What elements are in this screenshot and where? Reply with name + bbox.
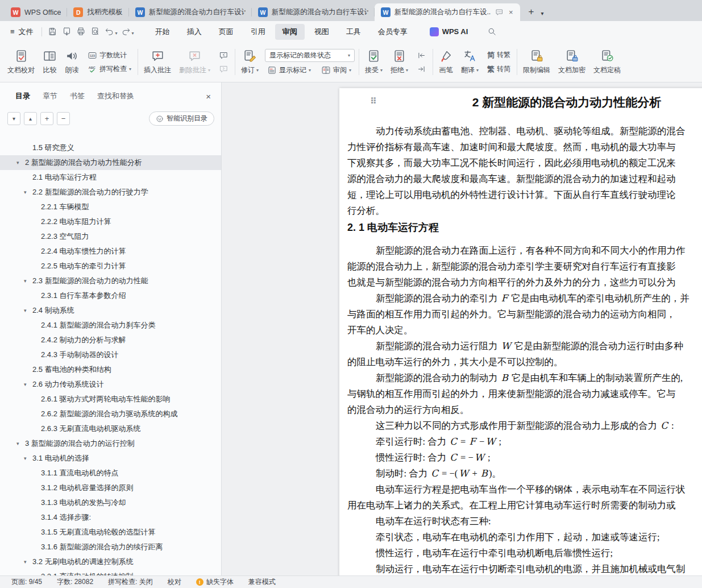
toc-item[interactable]: ▾2 新型能源的混合动力动力性能分析 [0, 155, 221, 170]
toc-item[interactable]: 2.3.1 自行车基本参数介绍 [0, 288, 221, 303]
track-changes-button[interactable]: 修订 ▾ [237, 46, 263, 78]
next-comment-button[interactable] [217, 64, 231, 74]
word-count-button[interactable]: 123 字数统计 [85, 50, 134, 61]
expand-arrow-icon[interactable]: ▾ [24, 456, 27, 461]
next-change-button[interactable] [414, 64, 429, 74]
file-menu-button[interactable]: ≡ 文件 [6, 24, 38, 39]
comment-bubble-icon[interactable] [495, 8, 504, 16]
encrypt-document-button[interactable]: 文档加密 [554, 46, 589, 78]
toc-expand-button[interactable]: ▾ [7, 112, 20, 125]
toc-item[interactable]: 3.1.2 电动机容量选择的原则 [0, 481, 221, 495]
toc-item[interactable]: 2.2.3 空气阻力 [0, 229, 221, 244]
markup-state-select[interactable]: 显示标记的最终状态 ▾ [265, 49, 355, 62]
menu-tab-审阅[interactable]: 审阅 [275, 24, 305, 40]
toc-item[interactable]: 2.4.1 新型能源的混合动力刹车分类 [0, 318, 221, 333]
previous-comment-button[interactable] [217, 50, 231, 61]
undo-button[interactable] [102, 24, 117, 39]
spell-check-button[interactable]: ABC 拼写检查 ▾ [85, 64, 134, 74]
review-pane-button[interactable]: 审阅 ▾ [319, 65, 354, 76]
toc-item[interactable]: ▾3 新型能源的混合动力的运行控制 [0, 436, 221, 451]
document-tab-active[interactable]: W新型能源的混合动力自行车设...× [375, 3, 521, 21]
wps-home-tab[interactable]: W WPS Office [5, 3, 67, 21]
menu-tab-页面[interactable]: 页面 [211, 24, 241, 40]
delete-comment-button[interactable]: 删除批注 ▾ [175, 46, 214, 78]
expand-arrow-icon[interactable]: ▾ [16, 441, 19, 446]
drag-handle-icon[interactable]: ⠿ [370, 97, 377, 106]
redo-button[interactable] [119, 24, 133, 39]
translate-button[interactable]: 翻译 ▾ [457, 46, 483, 78]
toc-item[interactable]: 3.1.1 直流电动机的特点 [0, 466, 221, 481]
toc-item[interactable]: 2.6.3 无刷直流电动机驱动系统 [0, 421, 221, 436]
toc-item[interactable]: 2.2.1 车辆模型 [0, 200, 221, 214]
expand-arrow-icon[interactable]: ▾ [24, 189, 27, 195]
save-button[interactable] [45, 24, 60, 39]
page-indicator[interactable]: 页面: 9/45 [11, 577, 42, 587]
document-page[interactable]: ⠿ 2 新型能源的混合动力动力性能分析 动力传动系统由蓄电池、控制器、电动机、驱… [339, 88, 702, 575]
expand-arrow-icon[interactable]: ▾ [24, 308, 27, 313]
menu-tab-插入[interactable]: 插入 [180, 24, 209, 40]
toc-item[interactable]: ▾3.1 电动机的选择 [0, 451, 221, 466]
missing-font-warning[interactable]: ! 缺失字体 [196, 577, 234, 587]
document-tab[interactable]: W新型能源的混合动力自行车设计 开题... [252, 3, 375, 21]
proofing-status[interactable]: 校对 [168, 577, 181, 587]
toc-item[interactable]: 2.2.2 电动车阻力计算 [0, 214, 221, 229]
toc-item[interactable]: 3.1.6 新型能源的混合动力的续行距离 [0, 540, 221, 554]
print-button[interactable] [74, 24, 88, 39]
traditional-to-simplified-button[interactable]: 繁 转简 [485, 64, 513, 75]
toc-item[interactable]: 2.2.5 电动车的牵引力计算 [0, 259, 221, 274]
pen-button[interactable]: 画笔 [435, 46, 457, 78]
toc-item[interactable]: ▾2.4 制动系统 [0, 303, 221, 318]
pane-tab-书签[interactable]: 书签 [70, 91, 85, 101]
toc-item[interactable]: 2.5 蓄电池的种类和结构 [0, 362, 221, 377]
document-tab[interactable]: W新型能源的混合动力自行车设计 任... [129, 3, 252, 21]
print-preview-button[interactable] [88, 24, 102, 39]
redo-chevron-icon[interactable]: ▾ [132, 31, 134, 36]
pane-tab-查找和替换[interactable]: 查找和替换 [97, 91, 134, 101]
toc-item[interactable]: 3.2.1 直流电动机的转速控制 [0, 569, 221, 575]
expand-arrow-icon[interactable]: ▾ [24, 559, 27, 565]
toc-item[interactable]: 2.2.4 电动车惯性力的计算 [0, 244, 221, 259]
toc-zoom-in-button[interactable]: + [40, 112, 53, 125]
smart-toc-button[interactable]: 智能识别目录 [149, 111, 214, 126]
toc-item[interactable]: 3.1.3 电动机的发热与冷却 [0, 495, 221, 510]
toc-item[interactable]: ▾2.6 动力传动系统设计 [0, 377, 221, 392]
word-count-indicator[interactable]: 字数: 28082 [57, 577, 93, 587]
menu-tab-引用[interactable]: 引用 [243, 24, 273, 40]
expand-arrow-icon[interactable]: ▾ [24, 382, 27, 387]
toc-item[interactable]: 3.1.5 无刷直流电动轮毂的选型计算 [0, 525, 221, 540]
toc-collapse-button[interactable]: ▴ [24, 112, 37, 125]
restrict-editing-button[interactable]: 限制编辑 [519, 46, 554, 78]
export-button[interactable] [60, 24, 74, 39]
menu-tab-开始[interactable]: 开始 [148, 24, 177, 40]
finalize-document-button[interactable]: 文档定稿 [589, 46, 625, 78]
compatibility-mode-indicator[interactable]: 兼容模式 [248, 577, 276, 587]
read-aloud-button[interactable]: 朗读 [61, 46, 83, 78]
tab-list-chevron-icon[interactable]: ▾ [538, 10, 546, 16]
document-tab[interactable]: D找稻壳模板 [67, 3, 129, 21]
search-button[interactable] [485, 24, 499, 39]
new-tab-button[interactable]: + [524, 5, 538, 19]
reject-change-button[interactable]: 拒绝 ▾ [387, 46, 412, 78]
toc-item[interactable]: ▾3.2 无刷电动机的调速控制系统 [0, 554, 221, 569]
undo-chevron-icon[interactable]: ▾ [115, 31, 118, 36]
expand-arrow-icon[interactable]: ▾ [24, 278, 27, 284]
wps-ai-button[interactable]: WPS AI [430, 27, 468, 36]
insert-comment-button[interactable]: 插入批注 [140, 46, 175, 78]
expand-arrow-icon[interactable]: ▾ [16, 160, 19, 165]
spell-check-status[interactable]: 拼写检查: 关闭 [108, 577, 153, 587]
accept-change-button[interactable]: 接受 ▾ [361, 46, 387, 78]
previous-change-button[interactable] [414, 50, 429, 61]
toc-item[interactable]: 2.6.1 驱动方式对两轮电动车性能的影响 [0, 392, 221, 407]
toc-item[interactable]: 2.4.3 手动制动器的设计 [0, 347, 221, 362]
pane-tab-章节[interactable]: 章节 [43, 91, 57, 101]
toc-item[interactable]: 2.6.2 新型能源的混合动力驱动系统的构成 [0, 407, 221, 421]
toc-zoom-out-button[interactable]: − [57, 112, 70, 125]
menu-tab-会员专享[interactable]: 会员专享 [371, 24, 415, 40]
menu-tab-工具[interactable]: 工具 [339, 24, 368, 40]
simplified-to-traditional-button[interactable]: 简 转繁 [485, 49, 513, 61]
close-pane-icon[interactable]: × [206, 92, 211, 101]
toc-item[interactable]: ▾2.3 新型能源的混合动力的动力性能 [0, 274, 221, 288]
toc-item[interactable]: 3.1.4 选择步骤: [0, 510, 221, 525]
pane-tab-目录[interactable]: 目录 [15, 91, 30, 101]
compare-button[interactable]: 比较 [39, 46, 61, 78]
